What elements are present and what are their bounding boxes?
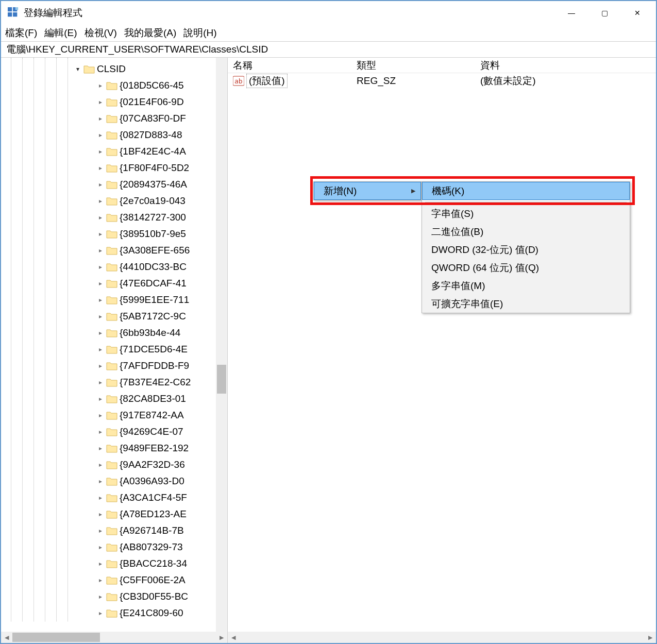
expander-icon[interactable]: ▸	[96, 346, 105, 353]
expander-icon[interactable]: ▸	[96, 230, 105, 238]
tree-item[interactable]: ▸{018D5C66-45	[1, 77, 227, 94]
ctx-new[interactable]: 新增(N) ▶	[314, 182, 421, 200]
value-header[interactable]: 名稱 類型 資料	[228, 58, 656, 73]
tree-item[interactable]: ▸{9AA2F32D-36	[1, 456, 227, 473]
ctx-new-item[interactable]: 二進位值(B)	[422, 223, 630, 241]
menu-favorites[interactable]: 我的最愛(A)	[124, 26, 176, 40]
tree-item[interactable]: ▸{917E8742-AA	[1, 407, 227, 423]
expander-icon[interactable]: ▸	[96, 197, 105, 205]
address-bar[interactable]: 電腦\HKEY_CURRENT_USER\SOFTWARE\Classes\CL…	[1, 41, 656, 58]
expander-icon[interactable]: ▸	[96, 560, 105, 567]
expander-icon[interactable]: ▸	[96, 362, 105, 369]
minimize-button[interactable]: —	[555, 2, 588, 24]
maximize-button[interactable]: ▢	[588, 2, 621, 24]
context-menu[interactable]: 新增(N) ▶	[313, 181, 422, 200]
menu-file[interactable]: 檔案(F)	[5, 26, 37, 40]
expander-icon[interactable]: ▸	[96, 379, 105, 386]
scroll-left-icon[interactable]: ◀	[1, 632, 12, 643]
scrollbar-thumb[interactable]	[12, 633, 100, 642]
expander-icon[interactable]: ▾	[73, 65, 82, 73]
expander-icon[interactable]: ▸	[96, 544, 105, 551]
tree-item[interactable]: ▸{82CA8DE3-01	[1, 391, 227, 407]
menu-view[interactable]: 檢視(V)	[85, 26, 117, 40]
expander-icon[interactable]: ▸	[96, 445, 105, 452]
tree-item[interactable]: ▸{BBACC218-34	[1, 555, 227, 572]
tree-item[interactable]: ▸{6bb93b4e-44	[1, 325, 227, 341]
tree-item[interactable]: ▸{A926714B-7B	[1, 522, 227, 539]
tree-item[interactable]: ▸{7AFDFDDB-F9	[1, 358, 227, 374]
ctx-new-item[interactable]: 可擴充字串值(E)	[422, 295, 630, 313]
tree-item[interactable]: ▸{AB807329-73	[1, 539, 227, 555]
tree-item[interactable]: ▸{7B37E4E2-C62	[1, 374, 227, 391]
tree-item[interactable]: ▸{47E6DCAF-41	[1, 275, 227, 292]
title-bar[interactable]: 登錄編輯程式 — ▢ ✕	[1, 1, 656, 25]
scroll-left-icon[interactable]: ◀	[228, 632, 239, 643]
ctx-new-item[interactable]: 字串值(S)	[422, 205, 630, 223]
expander-icon[interactable]: ▸	[96, 181, 105, 188]
expander-icon[interactable]: ▸	[96, 247, 105, 254]
expander-icon[interactable]: ▸	[96, 263, 105, 270]
expander-icon[interactable]: ▸	[96, 593, 105, 600]
value-h-scrollbar[interactable]: ◀ ▶	[228, 632, 656, 643]
tree-item[interactable]: ▸{3A308EFE-656	[1, 242, 227, 259]
tree-item[interactable]: ▸{1F80F4F0-5D2	[1, 160, 227, 176]
tree-item[interactable]: ▸{0827D883-48	[1, 127, 227, 143]
expander-icon[interactable]: ▸	[96, 329, 105, 336]
expander-icon[interactable]: ▸	[96, 280, 105, 287]
expander-icon[interactable]: ▸	[96, 412, 105, 419]
tree-item[interactable]: ▸{CB3D0F55-BC	[1, 588, 227, 605]
close-button[interactable]: ✕	[621, 2, 654, 24]
ctx-new-item[interactable]: 機碼(K)	[422, 182, 630, 200]
expander-icon[interactable]: ▸	[96, 428, 105, 435]
expander-icon[interactable]: ▸	[96, 577, 105, 584]
column-type[interactable]: 類型	[357, 59, 480, 72]
tree-vertical-scrollbar[interactable]	[216, 58, 227, 632]
expander-icon[interactable]: ▸	[96, 313, 105, 320]
expander-icon[interactable]: ▸	[96, 98, 105, 106]
menu-help[interactable]: 說明(H)	[183, 26, 216, 40]
expander-icon[interactable]: ▸	[96, 478, 105, 485]
tree-item[interactable]: ▸{07CA83F0-DF	[1, 110, 227, 127]
column-data[interactable]: 資料	[480, 59, 656, 72]
tree-item[interactable]: ▸{2e7c0a19-043	[1, 193, 227, 209]
tree-item[interactable]: ▸{5AB7172C-9C	[1, 308, 227, 325]
tree-item[interactable]: ▸{C5FF006E-2A	[1, 572, 227, 588]
tree-item[interactable]: ▸{A78ED123-AE	[1, 506, 227, 522]
tree-item[interactable]: ▸{38142727-300	[1, 209, 227, 226]
value-pane[interactable]: 名稱 類型 資料 ab (預設值) REG_SZ (數值未設定)	[228, 58, 656, 632]
ctx-new-item[interactable]: DWORD (32-位元) 值(D)	[422, 241, 630, 259]
expander-icon[interactable]: ▸	[96, 527, 105, 534]
tree-item[interactable]: ▸{A3CA1CF4-5F	[1, 489, 227, 506]
ctx-new-item[interactable]: QWORD (64 位元) 值(Q)	[422, 259, 630, 277]
context-submenu-new[interactable]: 機碼(K)字串值(S)二進位值(B)DWORD (32-位元) 值(D)QWOR…	[422, 181, 630, 313]
scroll-right-icon[interactable]: ▶	[645, 632, 656, 643]
value-row-default[interactable]: ab (預設值) REG_SZ (數值未設定)	[228, 73, 656, 89]
expander-icon[interactable]: ▸	[96, 115, 105, 122]
expander-icon[interactable]: ▸	[96, 164, 105, 172]
expander-icon[interactable]: ▸	[96, 511, 105, 518]
tree-item-clsid[interactable]: ▾CLSID	[1, 61, 227, 77]
expander-icon[interactable]: ▸	[96, 461, 105, 468]
column-name[interactable]: 名稱	[233, 59, 357, 72]
tree-item[interactable]: ▸{E241C809-60	[1, 605, 227, 621]
tree-h-scrollbar[interactable]: ◀ ▶	[1, 632, 228, 643]
expander-icon[interactable]: ▸	[96, 214, 105, 221]
tree-item[interactable]: ▸{71DCE5D6-4E	[1, 341, 227, 358]
ctx-new-item[interactable]: 多字串值(M)	[422, 277, 630, 295]
expander-icon[interactable]: ▸	[96, 148, 105, 155]
expander-icon[interactable]: ▸	[96, 82, 105, 89]
expander-icon[interactable]: ▸	[96, 494, 105, 501]
tree-item[interactable]: ▸{4410DC33-BC	[1, 259, 227, 275]
tree-item[interactable]: ▸{021E4F06-9D	[1, 94, 227, 110]
tree-item[interactable]: ▸{389510b7-9e5	[1, 226, 227, 242]
tree-item[interactable]: ▸{1BF42E4C-4A	[1, 143, 227, 160]
tree-item[interactable]: ▸{20894375-46A	[1, 176, 227, 193]
expander-icon[interactable]: ▸	[96, 296, 105, 303]
tree-item[interactable]: ▸{5999E1EE-711	[1, 292, 227, 308]
expander-icon[interactable]: ▸	[96, 131, 105, 139]
scroll-right-icon[interactable]: ▶	[216, 632, 227, 643]
expander-icon[interactable]: ▸	[96, 395, 105, 402]
tree-item[interactable]: ▸{A0396A93-D0	[1, 473, 227, 489]
menu-edit[interactable]: 編輯(E)	[44, 26, 77, 40]
tree-item[interactable]: ▸{9489FEB2-192	[1, 440, 227, 456]
